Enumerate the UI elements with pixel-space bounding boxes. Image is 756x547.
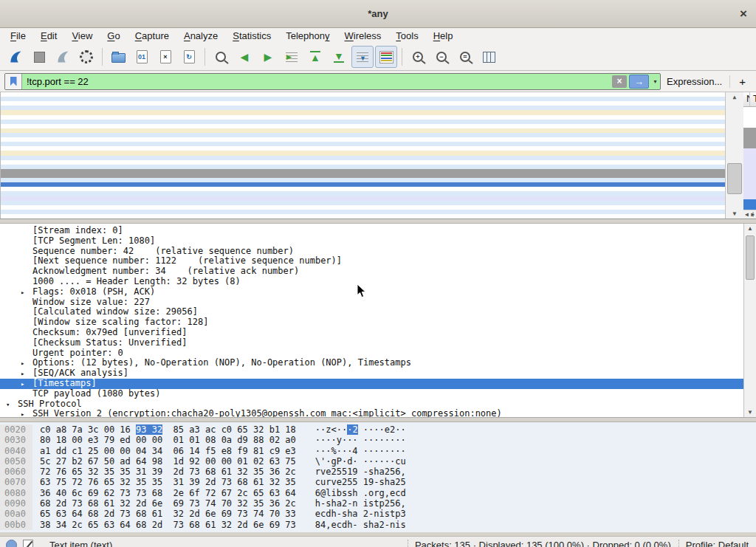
detail-line-16[interactable]: TCP payload (1080 bytes): [0, 389, 743, 399]
detail-line-5[interactable]: 1000 .... = Header Length: 32 bytes (8): [0, 277, 743, 287]
menu-telephony[interactable]: Telephony: [278, 29, 337, 43]
column-header-time[interactable]: Time: [750, 92, 756, 106]
find-packet-icon[interactable]: [210, 46, 232, 68]
clear-filter-icon[interactable]: ×: [612, 75, 627, 88]
packet-list-minimap[interactable]: [0, 92, 725, 219]
detail-line-9[interactable]: [Window size scaling factor: 128]: [0, 317, 743, 328]
stop-capture-icon[interactable]: [28, 46, 50, 68]
detail-line-8[interactable]: [Calculated window size: 29056]: [0, 307, 743, 317]
detail-line-2[interactable]: Sequence number: 42 (relative sequence n…: [0, 247, 743, 257]
scroll-down-icon[interactable]: ▼: [726, 210, 743, 217]
details-vscrollbar[interactable]: ▲ ▼: [743, 224, 756, 417]
add-filter-button[interactable]: +: [729, 75, 750, 88]
scroll-down-icon[interactable]: ▼: [744, 409, 756, 416]
menu-view[interactable]: View: [64, 29, 100, 43]
expand-arrow-icon[interactable]: ▸: [21, 369, 24, 379]
resize-columns-icon[interactable]: [478, 46, 500, 68]
filter-bookmark-button[interactable]: [5, 74, 22, 89]
packet-list-vscrollbar[interactable]: ▲ ▼: [725, 92, 743, 219]
zoom-out-icon[interactable]: −: [430, 46, 453, 68]
hex-row-0030[interactable]: 003080 18 00 e3 79 ed 00 00 01 01 08 0a …: [0, 435, 756, 445]
menu-help[interactable]: Help: [426, 29, 461, 43]
detail-line-10[interactable]: Checksum: 0x79ed [unverified]: [0, 328, 743, 338]
scroll-right-icon[interactable]: ▶: [751, 211, 755, 218]
expand-arrow-icon[interactable]: ▸: [21, 359, 24, 368]
scroll-left-icon[interactable]: ◀: [745, 211, 749, 218]
restart-capture-icon[interactable]: [52, 46, 74, 68]
packet-row-89[interactable]: 8971.648191037192.168.122.60192.168.122.…: [743, 148, 756, 159]
close-icon[interactable]: ×: [740, 7, 747, 21]
scrollbar-thumb[interactable]: [746, 235, 755, 280]
menu-wireless[interactable]: Wireless: [337, 29, 389, 43]
detail-line-12[interactable]: Urgent pointer: 0: [0, 348, 743, 359]
menu-statistics[interactable]: Statistics: [225, 29, 278, 43]
menu-capture[interactable]: Capture: [128, 29, 176, 43]
expert-info-icon[interactable]: [6, 540, 17, 547]
hex-row-0040[interactable]: 0040a1 dd c1 25 00 00 04 34 06 14 f5 e8 …: [0, 446, 756, 456]
status-profile[interactable]: Profile: Default: [686, 540, 750, 547]
expand-arrow-icon[interactable]: ▸: [21, 410, 24, 417]
scrollbar-thumb[interactable]: [727, 163, 742, 194]
hex-row-0050[interactable]: 00505c 27 b2 67 50 ad 64 98 1d 92 00 00 …: [0, 456, 756, 467]
collapse-arrow-icon[interactable]: ▾: [6, 400, 10, 410]
hex-row-00b0[interactable]: 00b038 34 2c 65 63 64 68 2d 73 68 61 32 …: [0, 520, 756, 530]
packet-row-91[interactable]: 9171.648789678192.168.122.1192.168.122.6…: [743, 168, 756, 179]
expression-button[interactable]: Expression...: [665, 76, 724, 87]
detail-line-11[interactable]: [Checksum Status: Unverified]: [0, 338, 743, 348]
packet-row-94[interactable]: 9471.663856741192.168.122.1192.168.122.6…: [743, 199, 756, 210]
detail-line-7[interactable]: Window size value: 227: [0, 297, 743, 308]
packet-list-hscrollbar[interactable]: ◀ ▶: [743, 210, 756, 219]
display-filter-input[interactable]: [22, 76, 612, 87]
colorize-packets-icon[interactable]: [375, 46, 397, 68]
detail-line-1[interactable]: [TCP Segment Len: 1080]: [0, 236, 743, 247]
packet-row-90[interactable]: 9071.648618924192.168.122.60192.168.122.…: [743, 158, 756, 168]
packet-row-92[interactable]: 9271.661949820192.168.122.1192.168.122.6…: [743, 179, 756, 189]
menu-edit[interactable]: Edit: [33, 29, 64, 43]
hex-row-0070[interactable]: 007063 75 72 76 65 32 35 35 31 39 2d 73 …: [0, 477, 756, 487]
detail-line-3[interactable]: [Next sequence number: 1122 (relative se…: [0, 256, 743, 266]
scroll-up-icon[interactable]: ▲: [726, 94, 743, 100]
detail-line-17[interactable]: ▾SSH Protocol: [0, 399, 743, 410]
go-last-packet-icon[interactable]: ▼: [328, 46, 350, 68]
filter-history-caret-icon[interactable]: ▾: [650, 78, 660, 85]
save-capture-icon[interactable]: 01: [131, 46, 153, 68]
detail-line-13[interactable]: ▸Options: (12 bytes), No-Operation (NOP)…: [0, 358, 743, 368]
detail-line-15[interactable]: ▸[Timestamps]: [0, 379, 743, 389]
packet-row-87[interactable]: 8771.647777234192.168.122.60192.168.122.…: [743, 128, 756, 138]
zoom-in-icon[interactable]: +: [407, 46, 429, 68]
hex-row-00a0[interactable]: 00a065 63 64 68 2d 73 68 61 32 2d 6e 69 …: [0, 509, 756, 519]
detail-line-4[interactable]: Acknowledgment number: 34 (relative ack …: [0, 266, 743, 277]
packet-row-88[interactable]: 8871.648146932192.168.122.1192.168.122.6…: [743, 138, 756, 148]
close-capture-icon[interactable]: ×: [154, 46, 176, 68]
packet-row-93[interactable]: 9371.662015274192.168.122.60192.168.122.…: [743, 189, 756, 199]
packet-row-86[interactable]: 8670.013850163fe:54:00:d4:38:2aSTP54Conf…: [743, 117, 756, 128]
start-capture-icon[interactable]: [4, 46, 27, 68]
go-back-icon[interactable]: ◀: [233, 46, 255, 68]
column-header-no[interactable]: No.: [743, 92, 750, 106]
scroll-up-icon[interactable]: ▲: [744, 225, 756, 232]
menu-tools[interactable]: Tools: [388, 29, 425, 43]
detail-line-18[interactable]: ▸SSH Version 2 (encryption:chacha20-poly…: [0, 409, 743, 417]
detail-line-0[interactable]: [Stream index: 0]: [0, 226, 743, 236]
menu-go[interactable]: Go: [100, 29, 127, 43]
open-capture-icon[interactable]: [107, 46, 129, 68]
hex-row-0020[interactable]: 0020c0 a8 7a 3c 00 16 93 32 85 a3 ac c0 …: [0, 424, 756, 435]
menu-file[interactable]: File: [3, 29, 33, 43]
expand-arrow-icon[interactable]: ▸: [21, 288, 24, 297]
go-to-packet-icon[interactable]: ▶: [281, 46, 303, 68]
capture-options-icon[interactable]: [75, 46, 97, 68]
apply-filter-icon[interactable]: →: [629, 75, 649, 89]
detail-line-6[interactable]: ▸Flags: 0x018 (PSH, ACK): [0, 287, 743, 297]
go-forward-icon[interactable]: ▶: [257, 46, 279, 68]
menu-analyze[interactable]: Analyze: [176, 29, 225, 43]
auto-scroll-icon[interactable]: ▼: [351, 46, 374, 68]
hex-row-0090[interactable]: 009068 2d 73 68 61 32 2d 6e 69 73 74 70 …: [0, 498, 756, 509]
detail-line-14[interactable]: ▸[SEQ/ACK analysis]: [0, 368, 743, 379]
capture-comment-icon[interactable]: [23, 540, 33, 547]
packet-row-85[interactable]: 8568.001734936fe:54:00:d4:38:2aSTP54Conf…: [743, 107, 756, 117]
hex-row-0080[interactable]: 008036 40 6c 69 62 73 73 68 2e 6f 72 67 …: [0, 488, 756, 498]
go-first-packet-icon[interactable]: ▲: [304, 46, 326, 68]
reload-capture-icon[interactable]: ↻: [178, 46, 200, 68]
expand-arrow-icon[interactable]: ▸: [21, 379, 24, 389]
hex-row-0060[interactable]: 006072 76 65 32 35 35 31 39 2d 73 68 61 …: [0, 467, 756, 477]
